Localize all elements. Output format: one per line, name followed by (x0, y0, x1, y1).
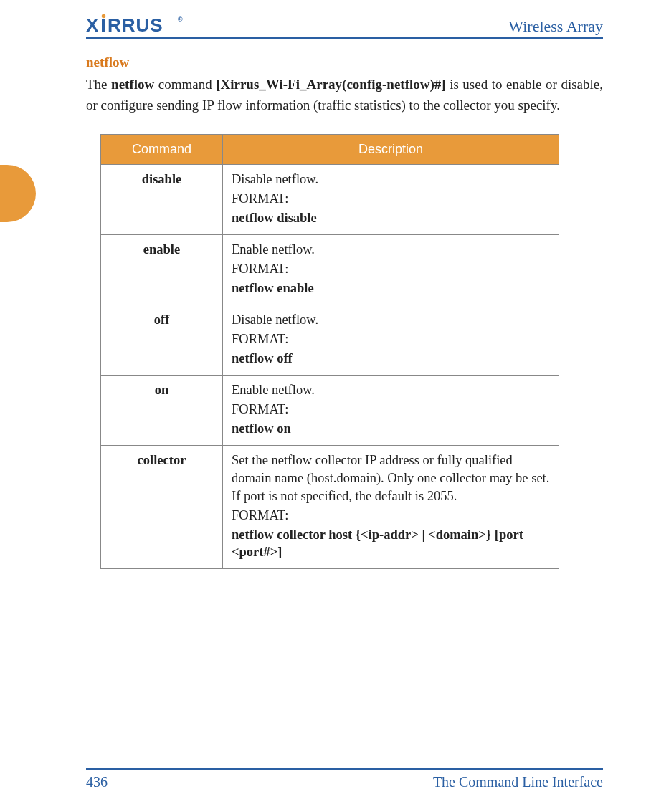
section-heading: netflow (86, 54, 603, 70)
svg-text:X: X (86, 14, 100, 36)
svg-rect-1 (102, 19, 105, 32)
th-description: Description (223, 135, 559, 165)
cmd-desc-cell: Set the netflow collector IP address or … (223, 445, 559, 569)
svg-text:®: ® (178, 16, 184, 23)
format-label: FORMAT: (232, 507, 550, 525)
cmd-desc: Set the netflow collector IP address or … (232, 452, 550, 505)
intro-text: The (86, 77, 111, 92)
page-number: 436 (86, 774, 108, 790)
cmd-name: disable (101, 165, 223, 235)
cmd-name: on (101, 375, 223, 445)
format-text: netflow off (232, 350, 550, 368)
intro-text: command (154, 77, 216, 92)
cmd-desc: Disable netflow. (232, 171, 550, 188)
logo: X RRUS ® (86, 14, 194, 36)
format-text: netflow enable (232, 280, 550, 297)
cmd-desc: Enable netflow. (232, 241, 550, 259)
format-label: FORMAT: (232, 260, 550, 278)
cmd-name: off (101, 305, 223, 375)
intro-prompt: [Xirrus_Wi-Fi_Array(config-netflow)#] (216, 77, 445, 92)
format-label: FORMAT: (232, 190, 550, 208)
format-text: netflow on (232, 420, 550, 438)
side-tab (0, 165, 36, 222)
logo-icon: X RRUS ® (86, 14, 194, 36)
content: netflow The netflow command [Xirrus_Wi-F… (86, 54, 603, 569)
svg-point-2 (102, 14, 106, 18)
intro-paragraph: The netflow command [Xirrus_Wi-Fi_Array(… (86, 75, 603, 115)
table-row: disable Disable netflow. FORMAT: netflow… (101, 165, 559, 235)
th-command: Command (101, 135, 223, 165)
cmd-name: collector (101, 445, 223, 569)
cmd-desc: Enable netflow. (232, 381, 550, 399)
chapter-title: The Command Line Interface (433, 774, 603, 790)
cmd-desc-cell: Enable netflow. FORMAT: netflow on (223, 375, 559, 445)
header-title: Wireless Array (508, 17, 603, 36)
command-table: Command Description disable Disable netf… (100, 134, 559, 569)
format-label: FORMAT: (232, 330, 550, 348)
svg-text:RRUS: RRUS (108, 14, 163, 36)
intro-cmd: netflow (111, 77, 154, 92)
cmd-desc-cell: Disable netflow. FORMAT: netflow disable (223, 165, 559, 235)
cmd-desc: Disable netflow. (232, 311, 550, 329)
format-label: FORMAT: (232, 401, 550, 419)
cmd-desc-cell: Enable netflow. FORMAT: netflow enable (223, 234, 559, 305)
page-header: X RRUS ® Wireless Array (86, 14, 603, 39)
cmd-name: enable (101, 234, 223, 305)
format-text: netflow disable (232, 209, 550, 227)
table-row: collector Set the netflow collector IP a… (101, 445, 559, 569)
table-row: on Enable netflow. FORMAT: netflow on (101, 375, 559, 445)
table-row: enable Enable netflow. FORMAT: netflow e… (101, 234, 559, 305)
page-footer: 436 The Command Line Interface (86, 768, 603, 790)
cmd-desc-cell: Disable netflow. FORMAT: netflow off (223, 305, 559, 375)
table-row: off Disable netflow. FORMAT: netflow off (101, 305, 559, 375)
format-text: netflow collector host {<ip-addr> | <dom… (232, 526, 550, 562)
